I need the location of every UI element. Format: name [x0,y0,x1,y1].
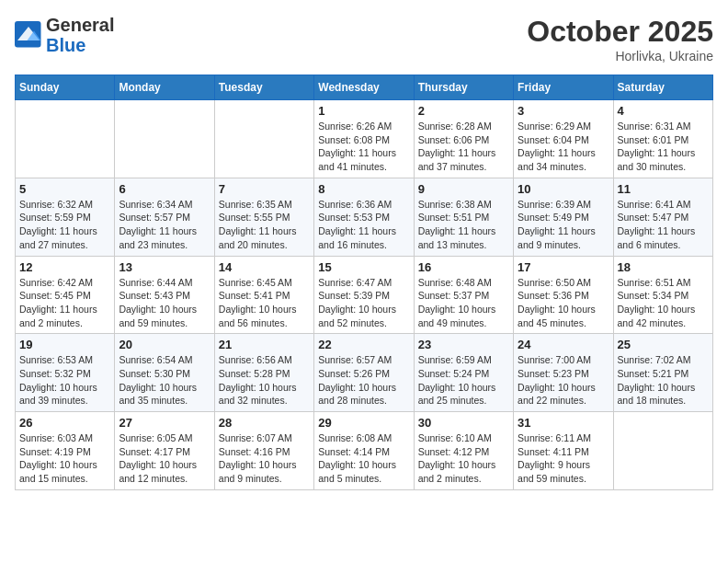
calendar-cell: 29Sunrise: 6:08 AM Sunset: 4:14 PM Dayli… [314,412,414,490]
day-info: Sunrise: 6:03 AM Sunset: 4:19 PM Dayligh… [19,431,110,486]
day-info: Sunrise: 6:45 AM Sunset: 5:41 PM Dayligh… [219,276,310,330]
day-number: 16 [418,260,509,274]
day-info: Sunrise: 6:48 AM Sunset: 5:37 PM Dayligh… [418,276,509,330]
day-number: 11 [618,182,709,196]
calendar-cell: 18Sunrise: 6:51 AM Sunset: 5:34 PM Dayli… [613,256,712,334]
calendar-cell [214,100,313,178]
calendar-cell: 4Sunrise: 6:31 AM Sunset: 6:01 PM Daylig… [613,100,712,178]
day-number: 6 [119,182,210,196]
weekday-header-saturday: Saturday [613,75,712,100]
calendar-cell: 3Sunrise: 6:29 AM Sunset: 6:04 PM Daylig… [514,100,613,178]
calendar-cell: 17Sunrise: 6:50 AM Sunset: 5:36 PM Dayli… [514,256,613,334]
calendar-cell: 28Sunrise: 6:07 AM Sunset: 4:16 PM Dayli… [214,412,313,490]
day-info: Sunrise: 6:39 AM Sunset: 5:49 PM Dayligh… [518,198,609,252]
day-info: Sunrise: 7:02 AM Sunset: 5:21 PM Dayligh… [618,353,709,408]
calendar-cell: 27Sunrise: 6:05 AM Sunset: 4:17 PM Dayli… [115,412,214,490]
day-info: Sunrise: 6:28 AM Sunset: 6:06 PM Dayligh… [418,120,509,174]
calendar-cell: 12Sunrise: 6:42 AM Sunset: 5:45 PM Dayli… [16,256,115,334]
calendar-cell: 30Sunrise: 6:10 AM Sunset: 4:12 PM Dayli… [414,412,513,490]
day-number: 26 [19,416,110,430]
calendar-cell [16,100,115,178]
calendar-cell: 19Sunrise: 6:53 AM Sunset: 5:32 PM Dayli… [16,334,115,412]
calendar-week-row: 1Sunrise: 6:26 AM Sunset: 6:08 PM Daylig… [16,100,713,178]
day-number: 31 [518,416,609,430]
day-number: 5 [19,182,110,196]
location: Horlivka, Ukraine [527,49,713,63]
calendar-cell: 24Sunrise: 7:00 AM Sunset: 5:23 PM Dayli… [514,334,613,412]
calendar-cell: 7Sunrise: 6:35 AM Sunset: 5:55 PM Daylig… [214,178,313,256]
calendar-cell: 6Sunrise: 6:34 AM Sunset: 5:57 PM Daylig… [115,178,214,256]
day-info: Sunrise: 6:57 AM Sunset: 5:26 PM Dayligh… [318,353,409,408]
day-number: 27 [119,416,210,430]
day-number: 13 [119,260,210,274]
day-info: Sunrise: 6:07 AM Sunset: 4:16 PM Dayligh… [219,431,310,486]
calendar-cell: 23Sunrise: 6:59 AM Sunset: 5:24 PM Dayli… [414,334,513,412]
day-info: Sunrise: 6:41 AM Sunset: 5:47 PM Dayligh… [618,198,709,252]
day-number: 24 [518,338,609,351]
day-info: Sunrise: 6:38 AM Sunset: 5:51 PM Dayligh… [418,198,509,252]
calendar-cell: 25Sunrise: 7:02 AM Sunset: 5:21 PM Dayli… [613,334,712,412]
day-info: Sunrise: 6:08 AM Sunset: 4:14 PM Dayligh… [318,431,409,486]
calendar-cell: 8Sunrise: 6:36 AM Sunset: 5:53 PM Daylig… [314,178,414,256]
day-info: Sunrise: 6:29 AM Sunset: 6:04 PM Dayligh… [518,120,609,174]
calendar: SundayMondayTuesdayWednesdayThursdayFrid… [15,75,713,490]
day-info: Sunrise: 6:35 AM Sunset: 5:55 PM Dayligh… [219,198,310,252]
weekday-header-wednesday: Wednesday [314,75,414,100]
day-info: Sunrise: 6:11 AM Sunset: 4:11 PM Dayligh… [518,431,609,486]
day-info: Sunrise: 6:31 AM Sunset: 6:01 PM Dayligh… [618,120,709,174]
calendar-cell: 1Sunrise: 6:26 AM Sunset: 6:08 PM Daylig… [314,100,414,178]
page-header: General Blue October 2025 Horlivka, Ukra… [15,15,713,63]
calendar-cell: 31Sunrise: 6:11 AM Sunset: 4:11 PM Dayli… [514,412,613,490]
day-info: Sunrise: 6:34 AM Sunset: 5:57 PM Dayligh… [119,198,210,252]
day-info: Sunrise: 6:56 AM Sunset: 5:28 PM Dayligh… [219,353,310,408]
calendar-cell: 13Sunrise: 6:44 AM Sunset: 5:43 PM Dayli… [115,256,214,334]
day-info: Sunrise: 6:44 AM Sunset: 5:43 PM Dayligh… [119,276,210,330]
weekday-header-thursday: Thursday [414,75,513,100]
day-info: Sunrise: 6:05 AM Sunset: 4:17 PM Dayligh… [119,431,210,486]
day-number: 10 [518,182,609,196]
day-info: Sunrise: 6:50 AM Sunset: 5:36 PM Dayligh… [518,276,609,330]
calendar-cell: 16Sunrise: 6:48 AM Sunset: 5:37 PM Dayli… [414,256,513,334]
day-info: Sunrise: 6:26 AM Sunset: 6:08 PM Dayligh… [318,120,409,174]
weekday-header-sunday: Sunday [16,75,115,100]
day-info: Sunrise: 6:54 AM Sunset: 5:30 PM Dayligh… [119,353,210,408]
day-number: 9 [418,182,509,196]
day-info: Sunrise: 6:10 AM Sunset: 4:12 PM Dayligh… [418,431,509,486]
calendar-week-row: 12Sunrise: 6:42 AM Sunset: 5:45 PM Dayli… [16,256,713,334]
weekday-header-friday: Friday [514,75,613,100]
calendar-week-row: 19Sunrise: 6:53 AM Sunset: 5:32 PM Dayli… [16,334,713,412]
day-number: 12 [19,260,110,274]
weekday-header-tuesday: Tuesday [214,75,313,100]
calendar-week-row: 5Sunrise: 6:32 AM Sunset: 5:59 PM Daylig… [16,178,713,256]
day-number: 8 [318,182,409,196]
day-number: 7 [219,182,310,196]
calendar-cell: 14Sunrise: 6:45 AM Sunset: 5:41 PM Dayli… [214,256,313,334]
logo-icon [15,21,42,49]
weekday-header-monday: Monday [115,75,214,100]
logo-text: General Blue [46,15,114,55]
calendar-cell [613,412,712,490]
day-info: Sunrise: 6:42 AM Sunset: 5:45 PM Dayligh… [19,276,110,330]
day-info: Sunrise: 7:00 AM Sunset: 5:23 PM Dayligh… [518,353,609,408]
calendar-cell [115,100,214,178]
day-number: 4 [618,104,709,118]
calendar-cell: 2Sunrise: 6:28 AM Sunset: 6:06 PM Daylig… [414,100,513,178]
day-info: Sunrise: 6:51 AM Sunset: 5:34 PM Dayligh… [618,276,709,330]
day-number: 22 [318,338,409,351]
calendar-cell: 22Sunrise: 6:57 AM Sunset: 5:26 PM Dayli… [314,334,414,412]
calendar-cell: 5Sunrise: 6:32 AM Sunset: 5:59 PM Daylig… [16,178,115,256]
day-number: 17 [518,260,609,274]
day-info: Sunrise: 6:59 AM Sunset: 5:24 PM Dayligh… [418,353,509,408]
day-number: 30 [418,416,509,430]
calendar-week-row: 26Sunrise: 6:03 AM Sunset: 4:19 PM Dayli… [16,412,713,490]
month-title: October 2025 [527,15,713,49]
day-number: 29 [318,416,409,430]
day-number: 19 [19,338,110,351]
day-number: 23 [418,338,509,351]
day-number: 18 [618,260,709,274]
day-number: 2 [418,104,509,118]
day-info: Sunrise: 6:32 AM Sunset: 5:59 PM Dayligh… [19,198,110,252]
calendar-cell: 21Sunrise: 6:56 AM Sunset: 5:28 PM Dayli… [214,334,313,412]
day-number: 20 [119,338,210,351]
day-number: 14 [219,260,310,274]
